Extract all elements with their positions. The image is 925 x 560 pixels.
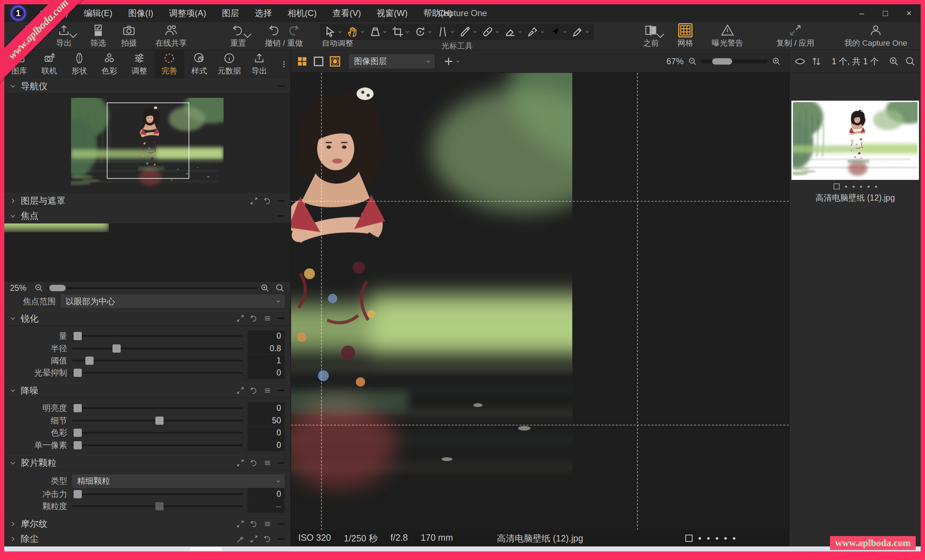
rating-dot[interactable] <box>733 537 735 540</box>
grain-header[interactable]: 胶片颗粒 <box>4 455 290 470</box>
copy-apply-button[interactable]: 复制 / 应用 <box>768 22 822 50</box>
brush-tool[interactable] <box>457 24 480 39</box>
maximize-button[interactable]: □ <box>874 4 897 22</box>
copy-adjustments-icon[interactable] <box>236 386 245 395</box>
copy-adjustments-icon[interactable] <box>236 459 245 467</box>
threshold-value[interactable]: 1 <box>247 355 285 367</box>
menu-image[interactable]: 图像(I) <box>121 4 161 22</box>
reset-icon[interactable] <box>250 386 258 395</box>
reset-icon[interactable] <box>250 314 258 323</box>
pick-tool[interactable] <box>525 24 547 39</box>
capture-button[interactable]: 拍摄 <box>114 22 144 50</box>
dots-menu-icon[interactable] <box>277 314 285 323</box>
menu-layer[interactable]: 图层 <box>214 4 247 22</box>
select-tool[interactable] <box>322 24 345 39</box>
copy-adjustments-icon[interactable] <box>236 519 245 528</box>
reset-icon[interactable] <box>263 534 272 543</box>
color-tag-checkbox[interactable] <box>685 534 693 542</box>
color-tag-checkbox[interactable] <box>833 183 840 189</box>
layers-header[interactable]: 图层与遮罩 <box>4 194 290 209</box>
bottom-scrollbar[interactable] <box>4 546 921 551</box>
crop-tool[interactable] <box>390 24 412 39</box>
preset-menu-icon[interactable] <box>263 519 272 528</box>
navigator-header[interactable]: 导航仪 <box>4 78 290 93</box>
dots-menu-icon[interactable] <box>277 197 285 205</box>
minimize-button[interactable]: – <box>850 4 874 22</box>
radius-value[interactable]: 0.8 <box>247 342 285 354</box>
noise-header[interactable]: 降噪 <box>4 383 290 398</box>
thumbnail-frame[interactable] <box>791 101 919 180</box>
dots-menu-icon[interactable] <box>277 459 285 467</box>
tab-refine[interactable]: 完善 <box>154 50 184 78</box>
exposure-warning-button[interactable]: 曝光警告 <box>701 22 754 50</box>
halo-value[interactable]: 0 <box>247 367 285 379</box>
rating-dot[interactable] <box>699 537 701 540</box>
amount-value[interactable]: 0 <box>247 330 285 342</box>
threshold-slider[interactable] <box>72 360 243 362</box>
menu-select[interactable]: 选择 <box>247 4 280 22</box>
search-icon[interactable] <box>905 56 916 67</box>
tabs-overflow-button[interactable] <box>277 50 290 78</box>
rating-dot[interactable] <box>716 537 718 540</box>
zoom-in-icon[interactable] <box>889 56 899 67</box>
apply-tool[interactable] <box>547 24 569 39</box>
reset-icon[interactable] <box>250 519 258 528</box>
rating-dot[interactable] <box>853 186 855 188</box>
rating-dot[interactable] <box>860 186 862 188</box>
grain-type-select[interactable]: 精细颗粒 <box>72 474 285 488</box>
layer-select[interactable]: 图像图层 <box>349 54 435 69</box>
dots-menu-icon[interactable] <box>277 534 285 543</box>
rating-control[interactable] <box>685 534 735 542</box>
account-button[interactable]: 我的 Capture One <box>836 22 915 50</box>
thumbnail-rating[interactable] <box>833 183 877 189</box>
close-button[interactable]: × <box>897 4 921 22</box>
loupe-tool[interactable] <box>367 24 390 39</box>
menu-window[interactable]: 视窗(W) <box>369 4 416 22</box>
pan-tool[interactable] <box>345 24 367 39</box>
impact-slider[interactable] <box>72 493 243 495</box>
impact-value[interactable]: 0 <box>247 488 285 500</box>
color-noise-value[interactable]: 0 <box>247 427 285 439</box>
zoom-in-icon[interactable] <box>261 284 270 293</box>
tab-metadata[interactable]: 元数据 <box>214 50 244 78</box>
focus-header[interactable]: 焦点 <box>4 209 290 224</box>
dots-menu-icon[interactable] <box>277 519 285 528</box>
single-pixel-slider[interactable] <box>72 444 243 446</box>
copy-adjustments-icon[interactable] <box>236 314 245 323</box>
dust-header[interactable]: 除尘 <box>4 531 290 546</box>
dots-menu-icon[interactable] <box>277 386 285 395</box>
tab-adjust[interactable]: 调整 <box>124 50 154 78</box>
zoom-in-icon[interactable] <box>772 57 781 66</box>
dots-menu-icon[interactable] <box>277 212 285 220</box>
color-noise-slider[interactable] <box>72 432 243 434</box>
zoom-out-icon[interactable] <box>688 57 697 66</box>
rating-dot[interactable] <box>707 537 710 540</box>
share-button[interactable]: 在线共享 <box>144 22 198 50</box>
proof-view-icon[interactable] <box>329 55 341 68</box>
amount-slider[interactable] <box>72 335 243 337</box>
tab-color[interactable]: 色彩 <box>94 50 124 78</box>
radius-slider[interactable] <box>72 348 243 350</box>
luminance-value[interactable]: 0 <box>247 402 285 414</box>
add-layer-button[interactable] <box>443 56 460 67</box>
detail-slider[interactable] <box>72 420 243 422</box>
menu-view[interactable]: 查看(V) <box>325 4 369 22</box>
navigator-viewport-rect[interactable] <box>107 102 189 179</box>
navigator-preview[interactable] <box>4 93 290 194</box>
single-view-icon[interactable] <box>312 55 325 68</box>
focus-preview[interactable] <box>4 224 290 282</box>
dots-menu-icon[interactable] <box>277 82 285 90</box>
tab-shape[interactable]: 形状 <box>64 50 94 78</box>
filter-button[interactable]: 筛选 <box>83 22 114 50</box>
preset-menu-icon[interactable] <box>263 314 272 323</box>
rating-dot[interactable] <box>845 186 847 188</box>
rating-dot[interactable] <box>875 186 877 188</box>
tab-tether[interactable]: 联机 <box>34 50 64 78</box>
straighten-tool[interactable] <box>435 24 457 39</box>
rotate-tool[interactable] <box>412 24 435 39</box>
focus-zoom-slider[interactable] <box>47 287 257 289</box>
reset-icon[interactable] <box>263 197 272 205</box>
preset-menu-icon[interactable] <box>263 459 272 467</box>
draw-tool[interactable] <box>569 24 592 39</box>
detail-value[interactable]: 50 <box>247 414 285 426</box>
